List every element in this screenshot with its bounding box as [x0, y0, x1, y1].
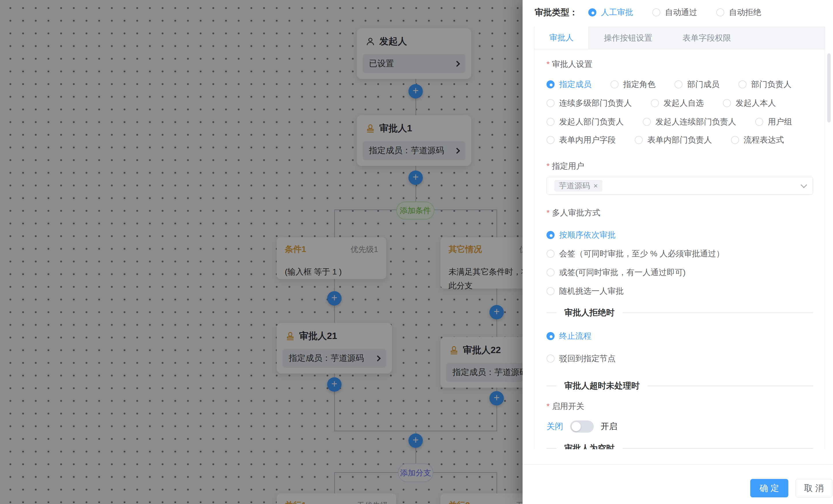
divider-line — [623, 448, 813, 449]
reject-radio-group-option-1[interactable]: 驳回到指定节点 — [547, 347, 616, 370]
approver-setting-row-3-option-0[interactable]: 发起人部门负责人 — [547, 116, 624, 127]
radio-icon — [547, 80, 554, 89]
multi-mode-radio-group-option-1[interactable]: 会签（可同时审批，至少 % 人必须审批通过） — [547, 244, 724, 263]
radio-label: 按顺序依次审批 — [559, 229, 616, 241]
radio-icon — [547, 332, 554, 340]
approval-config-panel: 审批类型： 人工审批自动通过自动拒绝 审批人 操作按钮设置 表单字段权限 * 审… — [523, 0, 833, 504]
approver-setting-row-1-option-0[interactable]: 指定成员 — [547, 79, 592, 90]
approval-type-row: 审批类型： 人工审批自动通过自动拒绝 — [535, 3, 780, 21]
approver-setting-row-1-option-2[interactable]: 部门成员 — [674, 79, 719, 90]
approver-setting-row-4-option-0[interactable]: 表单内用户字段 — [547, 134, 616, 146]
label-text: 指定用户 — [552, 161, 584, 172]
radio-icon — [547, 118, 554, 126]
approval-type-radio-group: 人工审批自动通过自动拒绝 — [588, 7, 780, 18]
chevron-down-icon — [801, 182, 807, 188]
radio-icon — [547, 250, 554, 258]
multi-mode-radio-group-option-3[interactable]: 随机挑选一人审批 — [547, 282, 624, 300]
required-mark: * — [547, 402, 550, 411]
radio-label: 随机挑选一人审批 — [559, 286, 624, 297]
radio-label: 流程表达式 — [744, 134, 784, 146]
radio-label: 发起人本人 — [736, 98, 776, 108]
panel-footer: 确 定 取 消 — [523, 464, 833, 504]
radio-label: 部门成员 — [687, 79, 719, 90]
radio-label: 驳回到指定节点 — [559, 353, 616, 364]
radio-icon — [635, 136, 643, 144]
radio-icon — [547, 287, 554, 295]
radio-label: 终止流程 — [559, 331, 592, 342]
enable-switch-label: * 启用开关 — [547, 400, 813, 413]
approver-setting-row-3-option-2[interactable]: 用户组 — [755, 116, 792, 127]
required-mark: * — [547, 208, 550, 218]
approver-setting-row-2-option-0[interactable]: 连续多级部门负责人 — [547, 98, 632, 108]
tab-bar: 审批人 操作按钮设置 表单字段权限 — [534, 27, 825, 49]
timeout-enable-switch[interactable] — [570, 421, 594, 433]
radio-label: 发起人部门负责人 — [559, 116, 624, 127]
radio-icon — [738, 80, 746, 89]
radio-icon — [547, 136, 554, 144]
radio-label: 人工审批 — [601, 7, 633, 18]
radio-label: 指定成员 — [559, 79, 592, 90]
label-text: 多人审批方式 — [552, 207, 600, 218]
radio-icon — [611, 80, 619, 89]
approver-setting-row-4-option-1[interactable]: 表单内部门负责人 — [635, 134, 712, 146]
approver-setting-row-3-option-1[interactable]: 发起人连续部门负责人 — [643, 116, 736, 127]
approver-setting-row-1-option-3[interactable]: 部门负责人 — [738, 79, 791, 90]
approval-type-radio-group-option-1[interactable]: 自动通过 — [652, 7, 697, 18]
multi-mode-radio-group: 按顺序依次审批会签（可同时审批，至少 % 人必须审批通过）或签(可同时审批，有一… — [547, 226, 813, 300]
radio-label: 连续多级部门负责人 — [559, 98, 632, 108]
radio-icon — [723, 99, 731, 107]
empty-section-title: 审批人为空时 — [556, 443, 623, 449]
assign-user-select[interactable]: 芋道源码 × — [547, 177, 813, 195]
reject-radio-group: 终止流程驳回到指定节点 — [547, 325, 813, 370]
radio-icon — [588, 8, 596, 17]
approval-type-label: 审批类型： — [535, 7, 578, 19]
confirm-button[interactable]: 确 定 — [750, 479, 788, 497]
switch-off-label: 关闭 — [547, 421, 563, 432]
radio-icon — [643, 118, 651, 126]
approver-setting-row-3: 发起人部门负责人发起人连续部门负责人用户组 — [547, 115, 813, 129]
radio-icon — [652, 8, 660, 17]
tab-action-buttons[interactable]: 操作按钮设置 — [589, 27, 668, 49]
timeout-section-title: 审批人超时未处理时 — [556, 380, 648, 392]
user-tag-text: 芋道源码 — [559, 181, 590, 191]
divider-line — [547, 448, 556, 449]
multi-mode-radio-group-option-0[interactable]: 按顺序依次审批 — [547, 226, 616, 244]
radio-icon — [651, 99, 659, 107]
scrollbar-thumb[interactable] — [827, 53, 831, 122]
tab-content-pane[interactable]: * 审批人设置 指定成员指定角色部门成员部门负责人 连续多级部门负责人发起人自选… — [534, 49, 825, 449]
required-mark: * — [547, 161, 550, 171]
approver-setting-row-4: 表单内用户字段表单内部门负责人流程表达式 — [547, 133, 813, 147]
multi-mode-label: * 多人审批方式 — [547, 206, 813, 220]
divider-line — [648, 386, 813, 386]
radio-label: 发起人连续部门负责人 — [656, 116, 736, 127]
approval-type-radio-group-option-2[interactable]: 自动拒绝 — [716, 7, 761, 18]
reject-section-divider: 审批人拒绝时 — [547, 306, 813, 320]
divider-line — [547, 386, 556, 386]
radio-label: 自动通过 — [665, 7, 697, 18]
tag-close-icon[interactable]: × — [593, 182, 598, 190]
timeout-switch-row: 关闭 开启 — [547, 420, 813, 433]
approver-setting-row-4-option-2[interactable]: 流程表达式 — [731, 134, 784, 146]
tab-approver[interactable]: 审批人 — [534, 27, 589, 49]
approver-setting-row-1-option-1[interactable]: 指定角色 — [611, 79, 656, 90]
radio-label: 用户组 — [768, 116, 792, 127]
reject-radio-group-option-0[interactable]: 终止流程 — [547, 325, 592, 347]
radio-icon — [547, 269, 554, 276]
approver-setting-row-2-option-1[interactable]: 发起人自选 — [651, 98, 704, 108]
approver-setting-row-2: 连续多级部门负责人发起人自选发起人本人 — [547, 96, 813, 110]
radio-label: 或签(可同时审批，有一人通过即可) — [559, 267, 686, 278]
multi-mode-radio-group-option-2[interactable]: 或签(可同时审批，有一人通过即可) — [547, 263, 686, 282]
radio-icon — [674, 80, 683, 89]
radio-label: 表单内部门负责人 — [647, 134, 712, 146]
divider-line — [547, 312, 556, 313]
switch-knob — [572, 422, 581, 431]
tab-form-field-permission[interactable]: 表单字段权限 — [668, 27, 746, 49]
radio-label: 发起人自选 — [664, 98, 704, 108]
cancel-button[interactable]: 取 消 — [795, 479, 832, 497]
radio-label: 表单内用户字段 — [559, 134, 616, 146]
radio-icon — [547, 355, 554, 362]
approver-setting-row-2-option-2[interactable]: 发起人本人 — [723, 98, 776, 108]
switch-on-label: 开启 — [601, 421, 617, 432]
approval-type-radio-group-option-0[interactable]: 人工审批 — [588, 7, 633, 18]
required-mark: * — [547, 59, 550, 69]
